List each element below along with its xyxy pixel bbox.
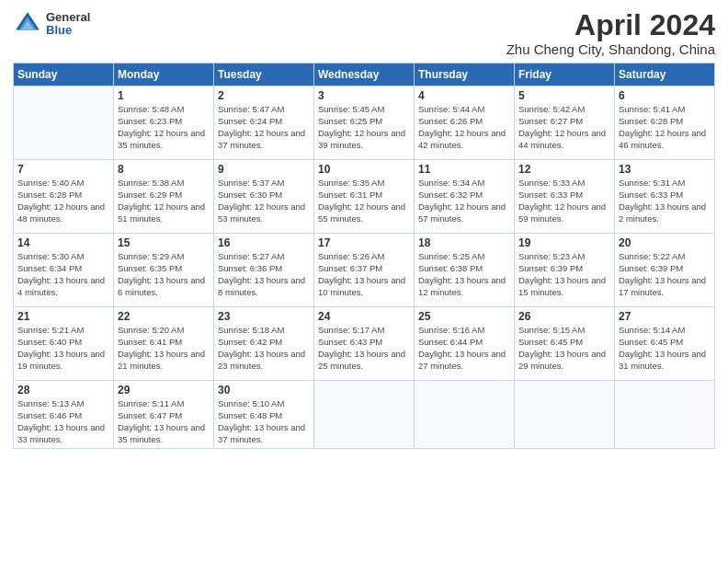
calendar-week-row: 7Sunrise: 5:40 AM Sunset: 6:28 PM Daylig… <box>14 160 715 234</box>
logo-general-text: General <box>46 11 90 24</box>
subtitle: Zhu Cheng City, Shandong, China <box>506 41 715 57</box>
day-info: Sunrise: 5:20 AM Sunset: 6:41 PM Dayligh… <box>118 325 210 372</box>
table-row: 4Sunrise: 5:44 AM Sunset: 6:26 PM Daylig… <box>415 86 515 160</box>
day-number: 1 <box>118 89 210 102</box>
day-info: Sunrise: 5:21 AM Sunset: 6:40 PM Dayligh… <box>17 325 109 372</box>
table-row: 22Sunrise: 5:20 AM Sunset: 6:41 PM Dayli… <box>114 307 214 381</box>
day-info: Sunrise: 5:26 AM Sunset: 6:37 PM Dayligh… <box>318 251 410 298</box>
title-block: April 2024 Zhu Cheng City, Shandong, Chi… <box>506 9 715 57</box>
logo-text: General Blue <box>46 11 90 38</box>
day-number: 27 <box>619 310 711 323</box>
day-info: Sunrise: 5:37 AM Sunset: 6:30 PM Dayligh… <box>218 178 310 224</box>
day-info: Sunrise: 5:48 AM Sunset: 6:23 PM Dayligh… <box>118 104 210 151</box>
day-number: 20 <box>619 236 711 249</box>
day-number: 3 <box>318 89 410 102</box>
day-number: 10 <box>318 163 410 176</box>
day-info: Sunrise: 5:29 AM Sunset: 6:35 PM Dayligh… <box>118 251 210 298</box>
table-row <box>14 86 114 160</box>
day-info: Sunrise: 5:45 AM Sunset: 6:25 PM Dayligh… <box>318 104 410 151</box>
calendar-header-row: Sunday Monday Tuesday Wednesday Thursday… <box>14 63 715 86</box>
day-number: 24 <box>318 310 410 323</box>
table-row: 29Sunrise: 5:11 AM Sunset: 6:47 PM Dayli… <box>114 381 214 449</box>
page-container: General Blue April 2024 Zhu Cheng City, … <box>0 0 728 458</box>
day-number: 28 <box>17 384 109 396</box>
day-number: 11 <box>418 163 510 176</box>
header-sunday: Sunday <box>14 63 114 86</box>
table-row: 3Sunrise: 5:45 AM Sunset: 6:25 PM Daylig… <box>314 86 415 160</box>
table-row: 9Sunrise: 5:37 AM Sunset: 6:30 PM Daylig… <box>214 160 314 234</box>
day-number: 6 <box>619 89 711 102</box>
table-row <box>314 381 415 449</box>
day-number: 5 <box>518 89 610 102</box>
day-info: Sunrise: 5:34 AM Sunset: 6:32 PM Dayligh… <box>418 178 510 224</box>
day-number: 4 <box>418 89 510 102</box>
day-info: Sunrise: 5:16 AM Sunset: 6:44 PM Dayligh… <box>418 325 510 372</box>
table-row: 25Sunrise: 5:16 AM Sunset: 6:44 PM Dayli… <box>415 307 515 381</box>
day-number: 19 <box>518 236 610 249</box>
table-row: 26Sunrise: 5:15 AM Sunset: 6:45 PM Dayli… <box>515 307 615 381</box>
day-number: 7 <box>17 163 109 176</box>
day-info: Sunrise: 5:42 AM Sunset: 6:27 PM Dayligh… <box>518 104 610 151</box>
day-number: 30 <box>218 384 310 396</box>
day-info: Sunrise: 5:22 AM Sunset: 6:39 PM Dayligh… <box>619 251 711 298</box>
table-row: 14Sunrise: 5:30 AM Sunset: 6:34 PM Dayli… <box>14 234 114 307</box>
day-info: Sunrise: 5:13 AM Sunset: 6:46 PM Dayligh… <box>17 398 109 445</box>
header-tuesday: Tuesday <box>214 63 314 86</box>
table-row: 15Sunrise: 5:29 AM Sunset: 6:35 PM Dayli… <box>114 234 214 307</box>
day-info: Sunrise: 5:15 AM Sunset: 6:45 PM Dayligh… <box>518 325 610 372</box>
day-number: 17 <box>318 236 410 249</box>
day-info: Sunrise: 5:11 AM Sunset: 6:47 PM Dayligh… <box>118 398 210 445</box>
day-info: Sunrise: 5:14 AM Sunset: 6:45 PM Dayligh… <box>619 325 711 372</box>
table-row: 19Sunrise: 5:23 AM Sunset: 6:39 PM Dayli… <box>515 234 615 307</box>
header-friday: Friday <box>515 63 615 86</box>
header-monday: Monday <box>114 63 214 86</box>
day-number: 29 <box>118 384 210 396</box>
day-number: 25 <box>418 310 510 323</box>
table-row: 11Sunrise: 5:34 AM Sunset: 6:32 PM Dayli… <box>415 160 515 234</box>
logo-blue-text: Blue <box>46 24 90 37</box>
calendar-week-row: 1Sunrise: 5:48 AM Sunset: 6:23 PM Daylig… <box>14 86 715 160</box>
table-row: 23Sunrise: 5:18 AM Sunset: 6:42 PM Dayli… <box>214 307 314 381</box>
day-info: Sunrise: 5:10 AM Sunset: 6:48 PM Dayligh… <box>218 398 310 445</box>
day-info: Sunrise: 5:35 AM Sunset: 6:31 PM Dayligh… <box>318 178 410 224</box>
table-row: 27Sunrise: 5:14 AM Sunset: 6:45 PM Dayli… <box>615 307 715 381</box>
header-saturday: Saturday <box>615 63 715 86</box>
table-row: 12Sunrise: 5:33 AM Sunset: 6:33 PM Dayli… <box>515 160 615 234</box>
table-row <box>615 381 715 449</box>
day-info: Sunrise: 5:17 AM Sunset: 6:43 PM Dayligh… <box>318 325 410 372</box>
table-row: 18Sunrise: 5:25 AM Sunset: 6:38 PM Dayli… <box>415 234 515 307</box>
day-number: 9 <box>218 163 310 176</box>
table-row: 2Sunrise: 5:47 AM Sunset: 6:24 PM Daylig… <box>214 86 314 160</box>
logo-icon <box>13 9 42 39</box>
day-info: Sunrise: 5:23 AM Sunset: 6:39 PM Dayligh… <box>518 251 610 298</box>
day-info: Sunrise: 5:18 AM Sunset: 6:42 PM Dayligh… <box>218 325 310 372</box>
table-row: 10Sunrise: 5:35 AM Sunset: 6:31 PM Dayli… <box>314 160 415 234</box>
header-thursday: Thursday <box>415 63 515 86</box>
day-info: Sunrise: 5:44 AM Sunset: 6:26 PM Dayligh… <box>418 104 510 151</box>
day-number: 21 <box>17 310 109 323</box>
day-number: 16 <box>218 236 310 249</box>
day-info: Sunrise: 5:47 AM Sunset: 6:24 PM Dayligh… <box>218 104 310 151</box>
table-row: 24Sunrise: 5:17 AM Sunset: 6:43 PM Dayli… <box>314 307 415 381</box>
day-number: 26 <box>518 310 610 323</box>
table-row: 5Sunrise: 5:42 AM Sunset: 6:27 PM Daylig… <box>515 86 615 160</box>
table-row: 13Sunrise: 5:31 AM Sunset: 6:33 PM Dayli… <box>615 160 715 234</box>
table-row: 8Sunrise: 5:38 AM Sunset: 6:29 PM Daylig… <box>114 160 214 234</box>
main-title: April 2024 <box>506 9 715 41</box>
day-info: Sunrise: 5:38 AM Sunset: 6:29 PM Dayligh… <box>118 178 210 224</box>
day-number: 13 <box>619 163 711 176</box>
table-row: 1Sunrise: 5:48 AM Sunset: 6:23 PM Daylig… <box>114 86 214 160</box>
table-row <box>415 381 515 449</box>
day-number: 15 <box>118 236 210 249</box>
table-row: 30Sunrise: 5:10 AM Sunset: 6:48 PM Dayli… <box>214 381 314 449</box>
table-row: 20Sunrise: 5:22 AM Sunset: 6:39 PM Dayli… <box>615 234 715 307</box>
day-info: Sunrise: 5:30 AM Sunset: 6:34 PM Dayligh… <box>17 251 109 298</box>
logo: General Blue <box>13 9 90 39</box>
calendar-week-row: 21Sunrise: 5:21 AM Sunset: 6:40 PM Dayli… <box>14 307 715 381</box>
calendar-table: Sunday Monday Tuesday Wednesday Thursday… <box>13 63 715 449</box>
table-row: 7Sunrise: 5:40 AM Sunset: 6:28 PM Daylig… <box>14 160 114 234</box>
day-number: 14 <box>17 236 109 249</box>
day-number: 18 <box>418 236 510 249</box>
day-info: Sunrise: 5:41 AM Sunset: 6:28 PM Dayligh… <box>619 104 711 151</box>
table-row: 21Sunrise: 5:21 AM Sunset: 6:40 PM Dayli… <box>14 307 114 381</box>
